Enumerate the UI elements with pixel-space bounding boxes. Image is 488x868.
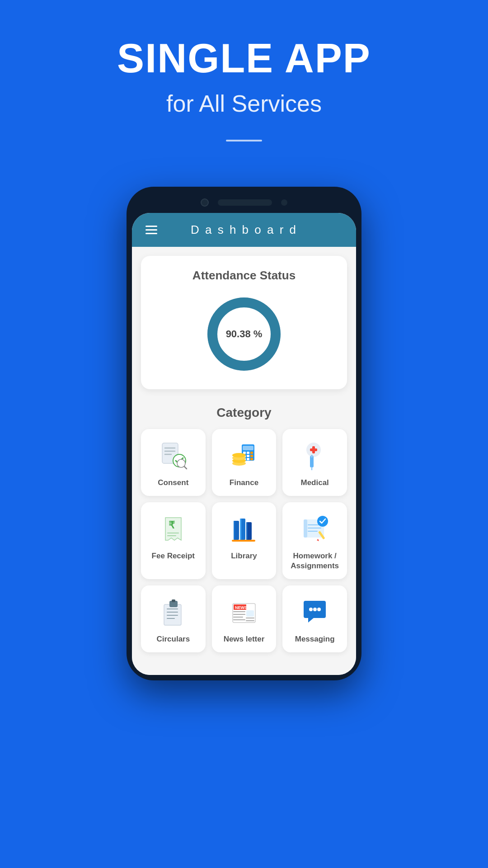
svg-text:NEWS: NEWS	[235, 605, 247, 610]
dashboard-title: D a s h b o a r d	[191, 223, 297, 237]
homework-label: Homework / Assignments	[287, 551, 343, 571]
category-title: Category	[141, 406, 347, 420]
hero-title: SINGLE APP	[18, 36, 470, 81]
svg-rect-28	[310, 448, 317, 451]
library-label: Library	[231, 551, 257, 561]
newsletter-label: News letter	[224, 634, 265, 644]
finance-icon	[228, 439, 260, 472]
category-item-fee-receipt[interactable]: ₹ Fee Receipt	[141, 502, 206, 579]
category-item-library[interactable]: Library	[212, 502, 277, 579]
svg-point-66	[313, 608, 317, 611]
medical-icon	[299, 439, 331, 472]
phone-wrapper: D a s h b o a r d Attendance Status 90.3	[0, 187, 488, 708]
svg-rect-18	[250, 458, 253, 460]
svg-rect-11	[247, 452, 249, 454]
category-item-messaging[interactable]: Messaging	[282, 585, 347, 652]
attendance-percentage: 90.38 %	[226, 328, 263, 340]
svg-rect-15	[250, 455, 253, 457]
consent-icon	[157, 439, 189, 472]
svg-point-22	[232, 453, 246, 458]
consent-label: Consent	[158, 478, 188, 488]
app-header: D a s h b o a r d	[132, 213, 356, 247]
category-grid: Consent	[141, 429, 347, 652]
fee-receipt-label: Fee Receipt	[152, 551, 195, 561]
phone-mockup: D a s h b o a r d Attendance Status 90.3	[127, 187, 361, 680]
category-item-consent[interactable]: Consent	[141, 429, 206, 496]
hamburger-line-1	[145, 226, 157, 227]
phone-screen: D a s h b o a r d Attendance Status 90.3	[132, 213, 356, 675]
attendance-title: Attendance Status	[150, 269, 338, 283]
category-item-finance[interactable]: Finance	[212, 429, 277, 496]
svg-rect-40	[304, 519, 307, 538]
hero-subtitle: for All Services	[18, 90, 470, 117]
category-item-homework[interactable]: Homework / Assignments	[282, 502, 347, 579]
attendance-donut: 90.38 %	[203, 293, 285, 375]
phone-notch	[132, 192, 356, 213]
svg-rect-38	[232, 540, 255, 542]
hero-divider	[226, 140, 262, 142]
svg-rect-62	[246, 610, 254, 617]
svg-rect-17	[247, 458, 249, 460]
category-section: Category	[132, 398, 356, 657]
messaging-icon	[299, 595, 331, 628]
circulars-label: Circulars	[156, 634, 190, 644]
speaker	[218, 199, 272, 206]
svg-rect-35	[240, 519, 241, 540]
svg-marker-46	[317, 539, 319, 541]
svg-rect-33	[234, 521, 235, 540]
hamburger-line-2	[145, 229, 157, 231]
hamburger-menu[interactable]	[145, 226, 157, 234]
category-item-circulars[interactable]: Circulars	[141, 585, 206, 652]
svg-rect-25	[311, 455, 313, 458]
circulars-icon	[157, 595, 189, 628]
svg-rect-37	[246, 522, 248, 540]
library-icon	[228, 512, 260, 545]
homework-icon	[299, 512, 331, 545]
svg-rect-14	[247, 455, 249, 457]
sensor	[281, 199, 287, 206]
svg-rect-12	[250, 452, 253, 454]
finance-label: Finance	[230, 478, 258, 488]
medical-label: Medical	[300, 478, 328, 488]
svg-text:₹: ₹	[169, 519, 175, 531]
attendance-card: Attendance Status 90.38 %	[141, 256, 347, 389]
category-item-medical[interactable]: Medical	[282, 429, 347, 496]
hero-section: SINGLE APP for All Services	[0, 0, 488, 178]
svg-line-7	[184, 467, 187, 469]
svg-rect-9	[243, 446, 253, 450]
svg-point-65	[309, 608, 313, 611]
messaging-label: Messaging	[295, 634, 335, 644]
app-content: Attendance Status 90.38 % Category	[132, 256, 356, 675]
svg-point-67	[317, 608, 321, 611]
category-item-newsletter[interactable]: NEWS	[212, 585, 277, 652]
newsletter-icon: NEWS	[228, 595, 260, 628]
fee-receipt-icon: ₹	[157, 512, 189, 545]
camera-icon	[201, 198, 209, 207]
hamburger-line-3	[145, 233, 157, 234]
svg-rect-54	[172, 599, 175, 602]
